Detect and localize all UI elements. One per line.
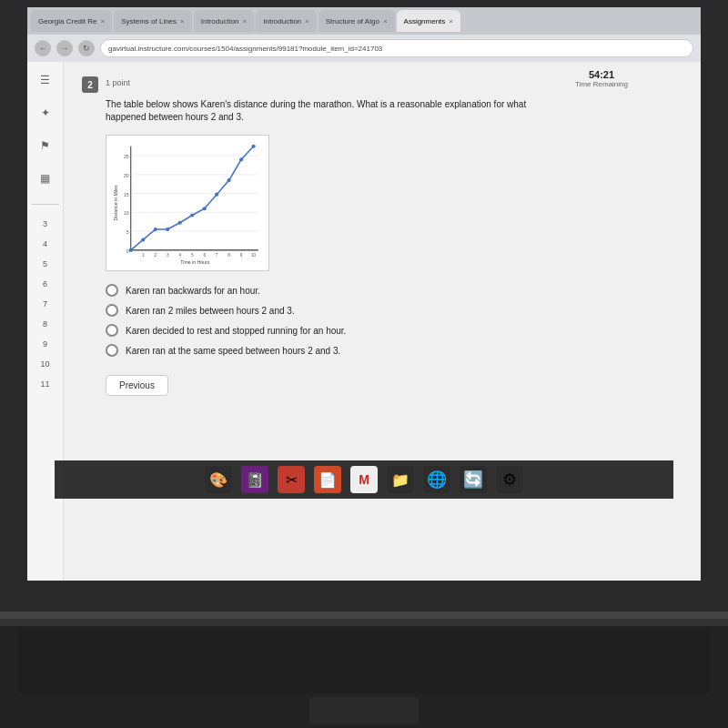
keyboard-area xyxy=(18,630,710,693)
page-content: ☰ ✦ ⚑ ▦ 3 4 5 6 7 8 9 10 11 2 1 point xyxy=(27,62,701,581)
svg-point-30 xyxy=(190,213,194,217)
tab-assignments[interactable]: Assignments × xyxy=(397,10,460,32)
svg-point-25 xyxy=(129,248,133,252)
sidebar-item-9[interactable]: 9 xyxy=(43,339,47,349)
svg-text:4: 4 xyxy=(178,253,181,258)
sidebar-item-7[interactable]: 7 xyxy=(43,299,47,308)
main-content: 2 1 point The table below shows Karen's … xyxy=(64,62,701,581)
sidebar-item-8[interactable]: 8 xyxy=(43,319,47,329)
question-body: The table below shows Karen's distance d… xyxy=(106,98,682,396)
question-number-badge: 2 xyxy=(82,76,98,93)
svg-text:0: 0 xyxy=(126,248,129,254)
option-item-4[interactable]: Karen ran at the same speed between hour… xyxy=(106,344,682,357)
taskbar-icon-drive[interactable]: 📁 xyxy=(387,466,414,493)
svg-point-34 xyxy=(239,157,243,161)
question-points: 1 point xyxy=(106,78,130,87)
svg-text:7: 7 xyxy=(216,253,218,258)
svg-text:10: 10 xyxy=(251,253,257,258)
options-list: Karen ran backwards for an hour. Karen r… xyxy=(106,284,682,357)
option-text-2: Karen ran 2 miles between hours 2 and 3. xyxy=(126,306,295,316)
sidebar-item-10[interactable]: 10 xyxy=(40,359,49,369)
svg-text:20: 20 xyxy=(124,173,129,178)
chart-container: 0 5 10 15 20 25 1 2 3 4 5 6 xyxy=(106,135,269,271)
svg-text:8: 8 xyxy=(228,253,230,258)
radio-option-1[interactable] xyxy=(106,284,118,297)
laptop-bottom xyxy=(0,619,728,728)
svg-point-28 xyxy=(166,228,169,231)
laptop-hinge xyxy=(0,619,728,626)
svg-text:10: 10 xyxy=(124,210,129,216)
svg-point-33 xyxy=(228,178,231,182)
svg-text:3: 3 xyxy=(167,253,169,258)
previous-button[interactable]: Previous xyxy=(106,375,168,396)
svg-text:1: 1 xyxy=(142,253,145,258)
svg-text:6: 6 xyxy=(203,253,206,258)
tab-bar: Georgia Credit Re × Systems of Lines × I… xyxy=(27,7,701,35)
svg-text:15: 15 xyxy=(124,192,129,197)
tab-structure-of-algo[interactable]: Structure of Algo × xyxy=(318,10,395,32)
sidebar-item-6[interactable]: 6 xyxy=(43,279,47,288)
option-text-4: Karen ran at the same speed between hour… xyxy=(126,346,340,356)
option-text-1: Karen ran backwards for an hour. xyxy=(126,286,260,296)
taskbar-icon-office[interactable]: 📄 xyxy=(314,466,341,493)
sidebar-item-3[interactable]: 3 xyxy=(43,219,47,228)
divider xyxy=(32,204,59,205)
tab-introduction-1[interactable]: Introduction × xyxy=(194,10,254,32)
taskbar-icon-google[interactable]: 🎨 xyxy=(205,466,232,493)
sidebar-item-5[interactable]: 5 xyxy=(43,259,47,268)
taskbar: 🎨 📓 ✂ 📄 M 📁 🌐 🔄 ⚙ xyxy=(55,460,673,499)
taskbar-icon-update[interactable]: 🔄 xyxy=(460,466,487,493)
option-item-3[interactable]: Karen decided to rest and stopped runnin… xyxy=(106,324,682,337)
svg-text:Distance in Miles: Distance in Miles xyxy=(113,185,118,221)
svg-text:25: 25 xyxy=(124,154,129,159)
sidebar-icon-flag[interactable]: ⚑ xyxy=(35,135,56,157)
option-text-3: Karen decided to rest and stopped runnin… xyxy=(126,326,346,336)
svg-text:Time in Hours: Time in Hours xyxy=(180,259,209,265)
forward-button[interactable]: → xyxy=(56,40,73,56)
left-sidebar: ☰ ✦ ⚑ ▦ 3 4 5 6 7 8 9 10 11 xyxy=(27,62,64,581)
radio-option-4[interactable] xyxy=(106,344,118,357)
taskbar-icon-gmail[interactable]: M xyxy=(350,466,378,493)
sidebar-item-4[interactable]: 4 xyxy=(43,239,47,248)
tab-introduction-2[interactable]: Introduction × xyxy=(256,10,316,32)
svg-point-26 xyxy=(141,238,145,241)
svg-text:2: 2 xyxy=(154,253,157,258)
option-item-2[interactable]: Karen ran 2 miles between hours 2 and 3. xyxy=(106,304,682,317)
tab-georgia-credit[interactable]: Georgia Credit Re × xyxy=(31,10,112,32)
svg-point-31 xyxy=(203,207,207,210)
sidebar-item-11[interactable]: 11 xyxy=(40,379,49,389)
trackpad xyxy=(309,697,419,724)
option-item-1[interactable]: Karen ran backwards for an hour. xyxy=(106,284,682,297)
refresh-button[interactable]: ↻ xyxy=(78,40,95,56)
tab-systems-of-lines[interactable]: Systems of Lines × xyxy=(114,10,192,32)
svg-point-32 xyxy=(215,193,218,197)
question-text: The table below shows Karen's distance d… xyxy=(106,98,561,124)
sidebar-icon-star[interactable]: ✦ xyxy=(35,102,56,124)
timer-area: 54:21 Time Remaining xyxy=(575,69,628,88)
svg-text:5: 5 xyxy=(191,253,194,258)
taskbar-icon-onenote[interactable]: 📓 xyxy=(241,466,268,493)
sidebar-icon-grid[interactable]: ▦ xyxy=(35,167,56,189)
radio-option-3[interactable] xyxy=(106,324,118,337)
address-text: gavirtual.instructure.com/courses/1504/a… xyxy=(108,45,382,53)
taskbar-icon-settings[interactable]: ⚙ xyxy=(496,466,523,493)
address-bar-row: ← → ↻ gavirtual.instructure.com/courses/… xyxy=(27,35,701,62)
timer-label: Time Remaining xyxy=(575,80,628,88)
back-button[interactable]: ← xyxy=(35,40,51,56)
svg-point-35 xyxy=(252,145,256,148)
svg-text:5: 5 xyxy=(126,229,129,235)
address-bar[interactable]: gavirtual.instructure.com/courses/1504/a… xyxy=(100,39,693,57)
chart-svg: 0 5 10 15 20 25 1 2 3 4 5 6 xyxy=(112,141,263,265)
sidebar-icon-home[interactable]: ☰ xyxy=(35,69,56,91)
timer-value: 54:21 xyxy=(575,69,628,80)
taskbar-icon-chrome[interactable]: 🌐 xyxy=(423,466,450,493)
radio-option-2[interactable] xyxy=(106,304,118,317)
svg-text:9: 9 xyxy=(240,253,243,258)
taskbar-icon-snip[interactable]: ✂ xyxy=(278,466,305,493)
svg-point-29 xyxy=(178,221,182,225)
svg-point-27 xyxy=(154,228,157,231)
